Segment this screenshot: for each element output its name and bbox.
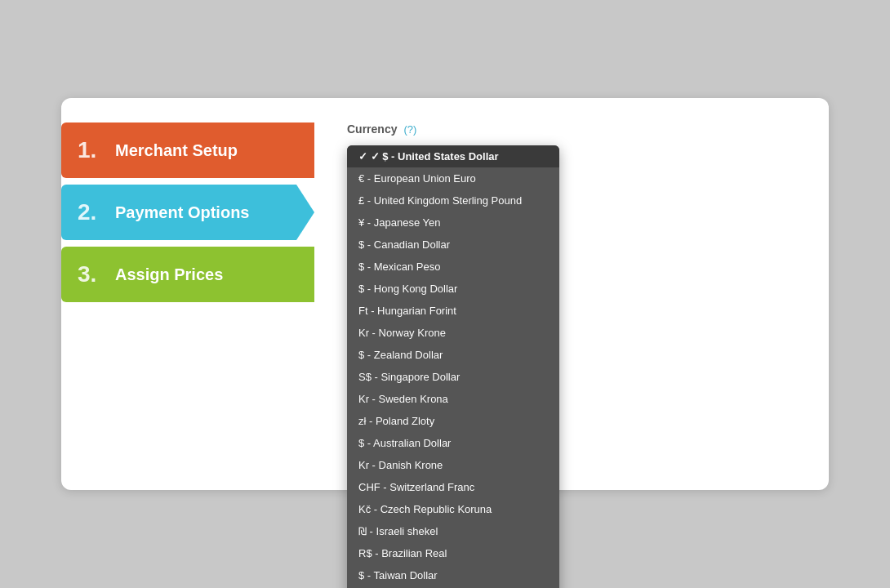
- sidebar-item-payment-options[interactable]: 2. Payment Options: [61, 185, 314, 240]
- dropdown-item-nzd[interactable]: $ - Zealand Dollar: [347, 344, 559, 366]
- content-area: Currency (?) ✓ $ - United States Dollar€…: [314, 98, 829, 490]
- dropdown-item-cad[interactable]: $ - Canadian Dollar: [347, 234, 559, 256]
- currency-row: Currency (?): [347, 122, 796, 136]
- dropdown-item-eur[interactable]: € - European Union Euro: [347, 167, 559, 189]
- step-1-label: Merchant Setup: [115, 141, 238, 160]
- dropdown-item-aud[interactable]: $ - Australian Dollar: [347, 432, 559, 454]
- dropdown-item-ils[interactable]: ₪ - Israeli shekel: [347, 520, 559, 542]
- dropdown-item-hkd[interactable]: $ - Hong Kong Dollar: [347, 278, 559, 300]
- currency-help-icon[interactable]: (?): [403, 123, 416, 136]
- dropdown-item-nok[interactable]: Kr - Norway Krone: [347, 322, 559, 344]
- dropdown-item-gbp[interactable]: £ - United Kingdom Sterling Pound: [347, 189, 559, 212]
- currency-label: Currency: [347, 122, 397, 136]
- dropdown-item-czk[interactable]: Kč - Czech Republic Koruna: [347, 498, 559, 520]
- currency-dropdown-menu[interactable]: ✓ $ - United States Dollar€ - European U…: [347, 145, 559, 588]
- step-1-number: 1.: [78, 137, 100, 163]
- sidebar: 1. Merchant Setup 2. Payment Options 3. …: [61, 98, 314, 490]
- dropdown-item-chf[interactable]: CHF - Switzerland Franc: [347, 476, 559, 498]
- sidebar-item-merchant-setup[interactable]: 1. Merchant Setup: [61, 122, 314, 178]
- step-3-number: 3.: [78, 261, 100, 287]
- dropdown-item-jpy[interactable]: ¥ - Japanese Yen: [347, 212, 559, 234]
- dropdown-item-sek[interactable]: Kr - Sweden Krona: [347, 388, 559, 410]
- main-container: 1. Merchant Setup 2. Payment Options 3. …: [61, 98, 829, 490]
- dropdown-item-twd[interactable]: $ - Taiwan Dollar: [347, 564, 559, 586]
- dropdown-item-mxn[interactable]: $ - Mexican Peso: [347, 256, 559, 278]
- dropdown-item-brl[interactable]: R$ - Brazilian Real: [347, 542, 559, 564]
- dropdown-item-huf[interactable]: Ft - Hungarian Forint: [347, 300, 559, 322]
- dropdown-item-pln[interactable]: zł - Poland Zloty: [347, 410, 559, 432]
- dropdown-item-sgd[interactable]: S$ - Singapore Dollar: [347, 366, 559, 388]
- step-3-label: Assign Prices: [115, 265, 223, 284]
- sidebar-item-assign-prices[interactable]: 3. Assign Prices: [61, 247, 314, 302]
- step-2-label: Payment Options: [115, 203, 249, 222]
- dropdown-item-dkk[interactable]: Kr - Danish Krone: [347, 454, 559, 476]
- dropdown-item-usd[interactable]: ✓ $ - United States Dollar: [347, 145, 559, 167]
- step-2-number: 2.: [78, 199, 100, 225]
